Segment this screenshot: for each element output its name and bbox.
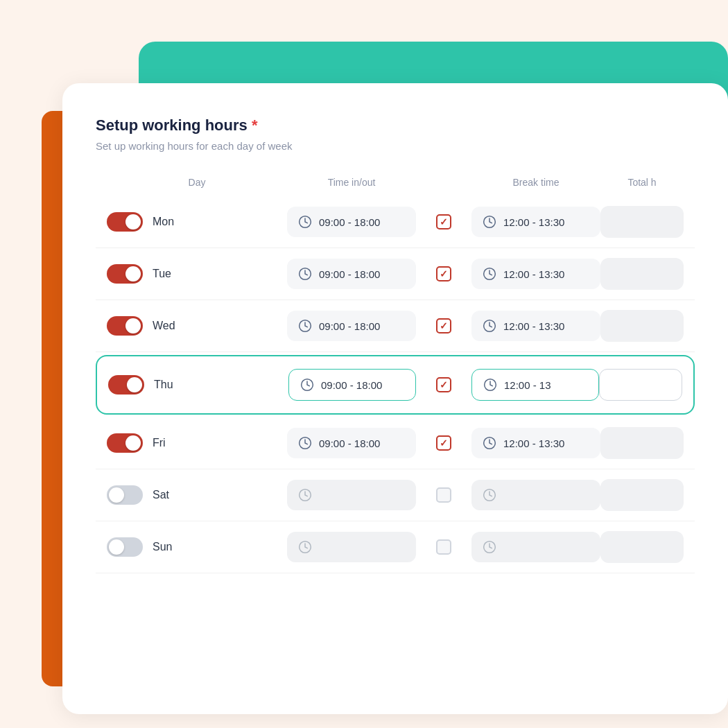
toggle-wrapper-wed: Wed xyxy=(107,316,287,336)
checkbox-tue[interactable] xyxy=(436,266,451,281)
clock-icon xyxy=(483,540,496,554)
checkbox-mon[interactable] xyxy=(436,214,451,229)
clock-icon xyxy=(483,215,496,229)
main-card: Setup working hours * Set up working hou… xyxy=(62,83,728,714)
toggle-sat[interactable] xyxy=(107,485,143,505)
clock-icon xyxy=(298,436,312,450)
col-total-hours: Total h xyxy=(600,177,684,188)
toggle-knob-sat xyxy=(109,487,124,503)
checkbox-wrapper-sun xyxy=(416,539,471,555)
clock-icon xyxy=(298,319,312,333)
checkbox-fri[interactable] xyxy=(436,435,451,451)
break-field-sun xyxy=(471,532,600,562)
time-field-thu[interactable]: 09:00 - 18:00 xyxy=(288,369,416,401)
toggle-wrapper-fri: Fri xyxy=(107,433,287,453)
toggle-wrapper-thu: Thu xyxy=(108,375,288,395)
toggle-knob-wed xyxy=(125,318,141,333)
col-time-inout: Time in/out xyxy=(287,177,416,188)
clock-icon xyxy=(298,215,312,229)
title-text: Setup working hours xyxy=(96,116,248,134)
clock-icon xyxy=(298,267,312,281)
clock-icon xyxy=(298,540,312,554)
day-label-sat: Sat xyxy=(153,489,169,501)
day-rows-container: Mon 09:00 - 18:00 12:00 - 13:30 Tue 09:0… xyxy=(96,196,695,573)
toggle-knob-sun xyxy=(109,539,124,555)
total-field-fri xyxy=(600,427,684,459)
toggle-wed[interactable] xyxy=(107,316,143,336)
toggle-wrapper-sun: Sun xyxy=(107,537,287,557)
toggle-fri[interactable] xyxy=(107,433,143,453)
total-field-tue xyxy=(600,258,684,290)
toggle-wrapper-mon: Mon xyxy=(107,212,287,232)
time-field-tue[interactable]: 09:00 - 18:00 xyxy=(287,259,416,289)
time-field-sat xyxy=(287,480,416,510)
total-field-sun xyxy=(600,531,684,563)
day-row-mon: Mon 09:00 - 18:00 12:00 - 13:30 xyxy=(96,196,695,248)
toggle-knob-tue xyxy=(125,266,141,281)
day-label-sun: Sun xyxy=(153,541,172,553)
table-header: Day Time in/out Break time Total h xyxy=(96,177,695,188)
checkbox-wrapper-wed xyxy=(416,318,471,333)
break-field-thu[interactable]: 12:00 - 13 xyxy=(471,369,599,401)
clock-icon xyxy=(483,436,496,450)
clock-icon xyxy=(483,319,496,333)
section-title: Setup working hours * xyxy=(96,116,695,135)
toggle-thu[interactable] xyxy=(108,375,144,395)
break-field-sat xyxy=(471,480,600,510)
total-field-wed xyxy=(600,310,684,342)
time-field-sun xyxy=(287,532,416,562)
toggle-knob-mon xyxy=(125,214,141,229)
clock-icon xyxy=(300,378,314,392)
clock-icon xyxy=(298,488,312,502)
total-field-mon xyxy=(600,206,684,238)
day-row-fri: Fri 09:00 - 18:00 12:00 - 13:30 xyxy=(96,417,695,469)
day-label-fri: Fri xyxy=(153,437,166,449)
total-field-thu xyxy=(599,369,682,401)
day-label-thu: Thu xyxy=(154,379,173,391)
checkbox-wrapper-fri xyxy=(416,435,471,451)
col-break-time: Break time xyxy=(471,177,600,188)
toggle-knob-thu xyxy=(127,377,142,392)
checkbox-wed[interactable] xyxy=(436,318,451,333)
total-field-sat xyxy=(600,479,684,511)
break-field-mon[interactable]: 12:00 - 13:30 xyxy=(471,207,600,237)
section-description: Set up working hours for each day of wee… xyxy=(96,140,695,152)
col-day: Day xyxy=(107,177,287,188)
toggle-sun[interactable] xyxy=(107,537,143,557)
day-row-wed: Wed 09:00 - 18:00 12:00 - 13:30 xyxy=(96,300,695,352)
time-field-fri[interactable]: 09:00 - 18:00 xyxy=(287,428,416,458)
break-field-fri[interactable]: 12:00 - 13:30 xyxy=(471,428,600,458)
checkbox-sat xyxy=(436,487,451,503)
break-field-wed[interactable]: 12:00 - 13:30 xyxy=(471,311,600,341)
day-row-tue: Tue 09:00 - 18:00 12:00 - 13:30 xyxy=(96,248,695,300)
break-field-tue[interactable]: 12:00 - 13:30 xyxy=(471,259,600,289)
checkbox-wrapper-thu xyxy=(416,377,471,392)
day-row-thu: Thu 09:00 - 18:00 12:00 - 13 xyxy=(96,355,695,415)
checkbox-wrapper-tue xyxy=(416,266,471,281)
time-field-mon[interactable]: 09:00 - 18:00 xyxy=(287,207,416,237)
time-field-wed[interactable]: 09:00 - 18:00 xyxy=(287,311,416,341)
toggle-tue[interactable] xyxy=(107,264,143,284)
toggle-wrapper-sat: Sat xyxy=(107,485,287,505)
checkbox-sun xyxy=(436,539,451,555)
checkbox-wrapper-mon xyxy=(416,214,471,229)
toggle-knob-fri xyxy=(125,435,141,451)
checkbox-wrapper-sat xyxy=(416,487,471,503)
day-label-tue: Tue xyxy=(153,268,171,280)
day-row-sun: Sun xyxy=(96,521,695,573)
clock-icon xyxy=(483,378,497,392)
day-row-sat: Sat xyxy=(96,469,695,521)
checkbox-thu[interactable] xyxy=(436,377,451,392)
day-label-wed: Wed xyxy=(153,320,175,332)
clock-icon xyxy=(483,267,496,281)
clock-icon xyxy=(483,488,496,502)
toggle-wrapper-tue: Tue xyxy=(107,264,287,284)
day-label-mon: Mon xyxy=(153,216,174,228)
required-indicator: * xyxy=(252,116,258,134)
toggle-mon[interactable] xyxy=(107,212,143,232)
